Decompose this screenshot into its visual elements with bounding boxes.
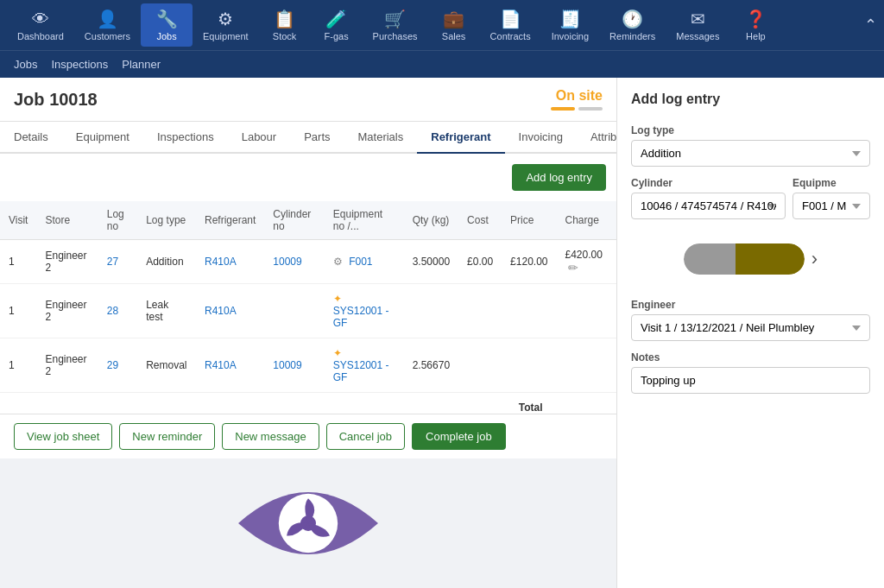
job-label: Job xyxy=(14,90,45,109)
cell-log-type-3: Removal xyxy=(137,338,196,393)
left-panel: Job 10018 On site Details Equipment Insp… xyxy=(0,78,616,588)
log-no-link-1[interactable]: 27 xyxy=(107,256,118,268)
logo-area xyxy=(0,458,616,588)
nav-item-equipment[interactable]: ⚙ Equipment xyxy=(193,3,259,47)
equipment-link-1[interactable]: F001 xyxy=(349,256,372,268)
cancel-job-button[interactable]: Cancel job xyxy=(326,423,405,450)
tab-inspections[interactable]: Inspections xyxy=(143,122,228,154)
jobs-icon: 🔧 xyxy=(156,9,178,29)
col-visit: Visit xyxy=(0,201,36,240)
equipment-link-3[interactable]: SYS12001 - GF xyxy=(333,359,389,383)
engineer-group: Engineer Visit 1 / 13/12/2021 / Neil Plu… xyxy=(631,299,870,341)
sub-navigation: Jobs Inspections Planner xyxy=(0,50,884,78)
cylinder-link-3[interactable]: 10009 xyxy=(273,359,301,371)
bottom-action-bar: View job sheet New reminder New message … xyxy=(0,414,616,458)
nav-item-dashboard[interactable]: 👁 Dashboard xyxy=(7,4,74,47)
nav-item-purchases[interactable]: 🛒 Purchases xyxy=(363,3,428,47)
table-row: 1 Engineer 2 27 Addition R410A 10009 ⚙ F… xyxy=(0,240,616,284)
nav-label-equipment: Equipment xyxy=(203,31,249,41)
refrigerant-link-2[interactable]: R410A xyxy=(205,305,237,317)
nav-item-customers[interactable]: 👤 Customers xyxy=(74,3,141,47)
tab-labour[interactable]: Labour xyxy=(228,122,290,154)
tab-attributes[interactable]: Attributes xyxy=(577,122,616,154)
view-job-sheet-button[interactable]: View job sheet xyxy=(14,423,112,450)
nav-label-fgas: F-gas xyxy=(325,31,349,41)
app-logo xyxy=(230,476,386,571)
refrigerant-table: Visit Store Log no Log type Refrigerant … xyxy=(0,201,616,414)
tab-refrigerant[interactable]: Refrigerant xyxy=(417,122,504,154)
cell-qty-2 xyxy=(404,284,458,338)
table-area: Add log entry Visit Store Log no Log typ… xyxy=(0,154,616,414)
nav-item-reminders[interactable]: 🕐 Reminders xyxy=(599,3,666,47)
status-segment-2 xyxy=(578,107,603,111)
log-no-link-2[interactable]: 28 xyxy=(107,305,118,317)
refrigerant-link-1[interactable]: R410A xyxy=(205,256,237,268)
tab-materials[interactable]: Materials xyxy=(344,122,418,154)
nav-item-stock[interactable]: 📋 Stock xyxy=(259,3,311,47)
cell-refrigerant-1[interactable]: R410A xyxy=(196,240,264,284)
edit-icon-1[interactable]: ✏ xyxy=(568,261,578,275)
nav-item-jobs[interactable]: 🔧 Jobs xyxy=(141,3,193,47)
new-reminder-button[interactable]: New reminder xyxy=(119,423,215,450)
cylinder-body xyxy=(684,243,805,275)
equipment-select[interactable]: F001 / M xyxy=(792,193,870,219)
col-cost: Cost xyxy=(458,201,502,240)
subnav-jobs[interactable]: Jobs xyxy=(14,51,51,78)
cell-cost-1: £0.00 xyxy=(458,240,502,284)
nav-item-help[interactable]: ❓ Help xyxy=(729,3,781,47)
log-type-group: Log type Addition Removal Leak test xyxy=(631,124,870,167)
invoicing-icon: 🧾 xyxy=(559,9,581,29)
subnav-planner[interactable]: Planner xyxy=(122,51,174,78)
nav-item-contracts[interactable]: 📄 Contracts xyxy=(480,3,541,47)
cell-cost-3 xyxy=(458,338,502,393)
nav-label-invoicing: Invoicing xyxy=(552,31,589,41)
table-header-row: Visit Store Log no Log type Refrigerant … xyxy=(0,201,616,240)
equipment-link-2[interactable]: SYS12001 - GF xyxy=(333,305,389,329)
cell-log-no-3[interactable]: 29 xyxy=(98,338,137,393)
cell-cylinder-1[interactable]: 10009 xyxy=(264,240,324,284)
tab-details[interactable]: Details xyxy=(0,122,62,154)
cell-charge-2 xyxy=(557,284,617,338)
sys-icon-2: ✦ xyxy=(333,293,342,305)
nav-label-reminders: Reminders xyxy=(609,31,655,41)
tab-invoicing[interactable]: Invoicing xyxy=(505,122,577,154)
cylinder-link-1[interactable]: 10009 xyxy=(273,256,301,268)
cell-refrigerant-2[interactable]: R410A xyxy=(196,284,264,338)
cell-log-type-1: Addition xyxy=(137,240,196,284)
table-row: 1 Engineer 2 28 Leak test R410A ✦ SYS120… xyxy=(0,284,616,338)
nav-item-invoicing[interactable]: 🧾 Invoicing xyxy=(541,3,599,47)
tab-parts[interactable]: Parts xyxy=(290,122,344,154)
cell-refrigerant-3[interactable]: R410A xyxy=(196,338,264,393)
subnav-inspections[interactable]: Inspections xyxy=(51,51,122,78)
engineer-select[interactable]: Visit 1 / 13/12/2021 / Neil Plumbley xyxy=(631,314,870,341)
nav-item-fgas[interactable]: 🧪 F-gas xyxy=(311,3,363,47)
nav-item-sales[interactable]: 💼 Sales xyxy=(428,3,480,47)
right-panel: Add log entry Log type Addition Removal … xyxy=(616,78,884,588)
nav-label-purchases: Purchases xyxy=(373,31,418,41)
cell-cylinder-2 xyxy=(264,284,324,338)
cell-log-no-2[interactable]: 28 xyxy=(98,284,137,338)
nav-item-messages[interactable]: ✉ Messages xyxy=(666,3,729,47)
cell-store-1: Engineer 2 xyxy=(36,240,98,284)
tab-bar: Details Equipment Inspections Labour Par… xyxy=(0,122,616,154)
cell-log-no-1[interactable]: 27 xyxy=(98,240,137,284)
cell-cylinder-3[interactable]: 10009 xyxy=(264,338,324,393)
tab-equipment[interactable]: Equipment xyxy=(62,122,143,154)
log-type-select[interactable]: Addition Removal Leak test xyxy=(631,140,870,167)
log-no-link-3[interactable]: 29 xyxy=(107,359,118,371)
col-log-no: Log no xyxy=(98,201,137,240)
nav-collapse-button[interactable]: ⌃ xyxy=(864,16,877,35)
cell-price-1: £120.00 xyxy=(502,240,556,284)
sales-icon: 💼 xyxy=(443,9,464,29)
complete-job-button[interactable]: Complete job xyxy=(412,423,506,450)
nav-label-jobs: Jobs xyxy=(156,31,176,41)
add-log-entry-button[interactable]: Add log entry xyxy=(512,164,606,191)
engineer-label: Engineer xyxy=(631,299,870,311)
notes-input[interactable] xyxy=(631,367,870,394)
cylinder-select[interactable]: 10046 / 474574574 / R410A / Virgin / Act… xyxy=(631,193,786,219)
nav-label-sales: Sales xyxy=(442,31,466,41)
cylinder-next-arrow[interactable]: › xyxy=(811,248,818,270)
cell-charge-1: £420.00 ✏ xyxy=(557,240,617,284)
refrigerant-link-3[interactable]: R410A xyxy=(205,359,237,371)
new-message-button[interactable]: New message xyxy=(222,423,319,450)
